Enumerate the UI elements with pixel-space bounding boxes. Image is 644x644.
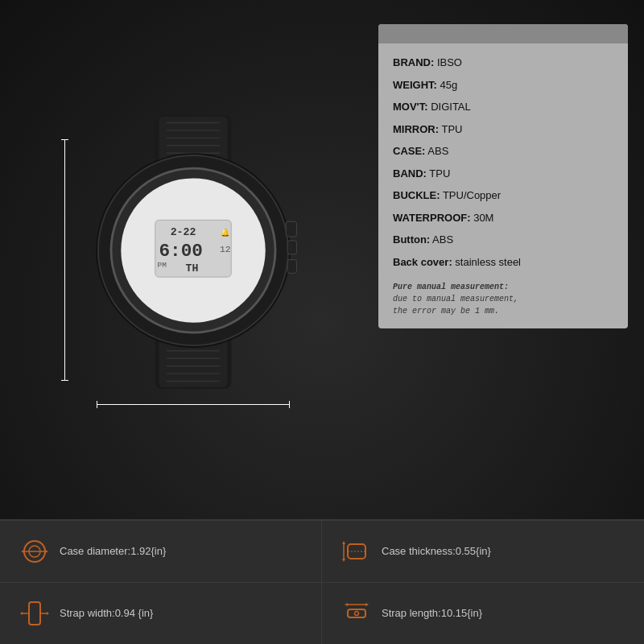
info-row-value: stainless steel — [455, 256, 521, 268]
info-panel: BRAND: IBSOWEIGHT: 45gMOV'T: DIGITALMIRR… — [378, 24, 628, 328]
strap-length-icon — [341, 598, 372, 629]
svg-text:2-22: 2-22 — [171, 226, 196, 238]
svg-text:6:00: 6:00 — [159, 240, 203, 261]
info-row: Button: ABS — [393, 229, 613, 251]
info-row: WATERPROOF: 30M — [393, 207, 613, 229]
svg-marker-73 — [20, 612, 23, 615]
info-row-value: ABS — [427, 145, 448, 157]
info-row-value: DIGITAL — [431, 101, 471, 113]
info-row-label: BUCKLE: — [393, 189, 440, 201]
watch-wrapper: 2-22 6:00 12 PM TH 🔔 — [56, 91, 330, 429]
info-panel-header — [378, 24, 628, 43]
vertical-dimension-line — [64, 139, 65, 381]
spec-item: Strap length:10.15{in} — [322, 583, 644, 645]
info-panel-body: BRAND: IBSOWEIGHT: 45gMOV'T: DIGITALMIRR… — [378, 43, 628, 328]
info-row-value: ABS — [432, 233, 453, 246]
spec-label: Case thickness:0.55{in} — [382, 545, 491, 557]
info-row: MIRROR: TPU — [393, 118, 613, 141]
info-row: MOV'T: DIGITAL — [393, 96, 613, 118]
horizontal-dimension-line — [97, 404, 290, 405]
watch-image: 2-22 6:00 12 PM TH 🔔 — [80, 115, 306, 389]
info-row-label: BRAND: — [393, 56, 434, 68]
svg-rect-70 — [29, 602, 40, 625]
svg-rect-65 — [348, 544, 365, 559]
info-row-label: Button: — [393, 233, 430, 246]
svg-marker-63 — [21, 550, 24, 553]
svg-text:🔔: 🔔 — [221, 228, 230, 237]
info-row-label: MIRROR: — [393, 123, 439, 135]
svg-text:PM: PM — [158, 260, 167, 269]
case-diameter-icon — [19, 536, 50, 567]
svg-text:12: 12 — [220, 245, 231, 254]
spec-label: Strap width:0.94 {in} — [60, 607, 153, 619]
svg-marker-68 — [342, 541, 345, 544]
info-row: Back cover: stainless steel — [393, 251, 613, 274]
svg-marker-69 — [342, 559, 345, 562]
svg-rect-50 — [287, 259, 296, 273]
info-row: WEIGHT: 45g — [393, 74, 613, 97]
info-row: CASE: ABS — [393, 140, 613, 163]
spec-item: Case diameter:1.92{in} — [0, 521, 322, 583]
case-thickness-icon — [341, 536, 372, 567]
spec-label: Case diameter:1.92{in} — [60, 545, 166, 557]
info-row-label: WATERPROOF: — [393, 212, 471, 224]
watch-area: 2-22 6:00 12 PM TH 🔔 — [16, 16, 370, 503]
info-row-value: 45g — [440, 79, 458, 91]
info-row-value: TPU/Copper — [443, 189, 501, 201]
info-row: BAND: TPU — [393, 163, 613, 185]
spec-item: Strap width:0.94 {in} — [0, 583, 322, 645]
svg-text:TH: TH — [186, 262, 199, 274]
svg-marker-64 — [45, 550, 48, 553]
svg-rect-49 — [287, 240, 296, 254]
info-row-label: CASE: — [393, 145, 425, 157]
main-container: 2-22 6:00 12 PM TH 🔔 — [0, 0, 644, 644]
info-row-value: TPU — [429, 167, 450, 180]
top-section: 2-22 6:00 12 PM TH 🔔 — [0, 0, 644, 519]
svg-marker-78 — [345, 603, 348, 606]
note-title: Pure manual measurement: — [393, 283, 509, 291]
svg-rect-48 — [286, 221, 296, 237]
info-row-value: 30M — [473, 212, 493, 224]
svg-marker-74 — [47, 612, 49, 615]
info-row: BUCKLE: TPU/Copper — [393, 184, 613, 207]
info-row: BRAND: IBSO — [393, 52, 613, 74]
specs-bar: Case diameter:1.92{in} Case thickness:0.… — [0, 519, 644, 644]
strap-width-icon — [19, 598, 50, 629]
info-row-label: BAND: — [393, 167, 427, 180]
svg-rect-75 — [348, 609, 365, 617]
info-row-label: WEIGHT: — [393, 79, 437, 91]
info-row-value: TPU — [441, 123, 462, 135]
svg-point-76 — [355, 611, 359, 615]
spec-item: Case thickness:0.55{in} — [322, 521, 644, 583]
info-row-label: MOV'T: — [393, 101, 428, 113]
info-note: Pure manual measurement:due to manual me… — [393, 281, 613, 317]
info-row-value: IBSO — [437, 56, 462, 68]
info-row-label: Back cover: — [393, 256, 452, 268]
spec-label: Strap length:10.15{in} — [382, 607, 482, 619]
svg-marker-79 — [365, 603, 369, 606]
